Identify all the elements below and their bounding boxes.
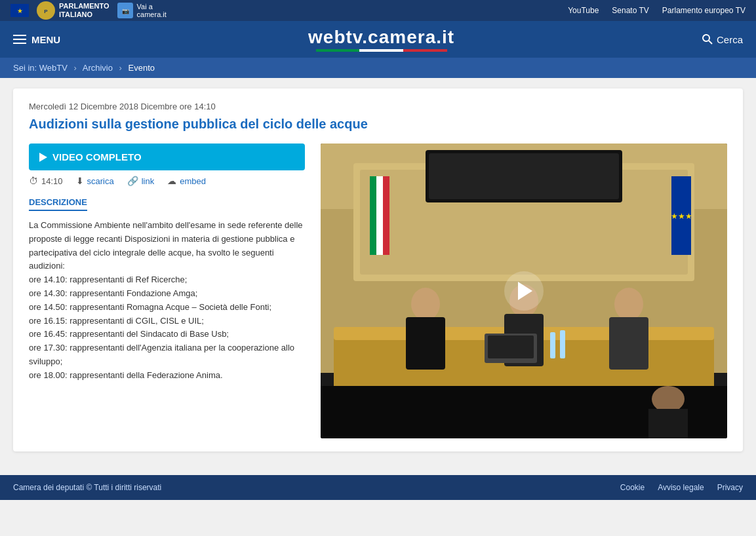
parliament-logo[interactable]: P PARLAMENTO ITALIANO [37, 1, 109, 20]
footer-avviso-legale-link[interactable]: Avviso legale [658, 483, 704, 492]
svg-point-33 [652, 386, 685, 412]
video-player[interactable]: ★★★ [321, 144, 727, 438]
svg-rect-14 [429, 153, 619, 199]
svg-rect-17 [383, 176, 389, 255]
youtube-link[interactable]: YouTube [568, 6, 599, 15]
video-duration: ⏱ 14:10 [29, 176, 63, 186]
event-body: VIDEO COMPLETO ⏱ 14:10 ⬇ scarica 🔗 link [29, 144, 727, 438]
event-title: Audizioni sulla gestione pubblica del ci… [29, 117, 727, 132]
search-label: Cerca [717, 34, 743, 45]
play-icon [39, 153, 47, 162]
video-button-label: VIDEO COMPLETO [52, 151, 142, 163]
hamburger-icon [13, 35, 26, 44]
video-meta: ⏱ 14:10 ⬇ scarica 🔗 link ☁ embed [29, 176, 305, 186]
site-title-wrap: webtv.camera.it [60, 27, 702, 52]
share-link[interactable]: link [142, 176, 155, 186]
video-thumbnail[interactable]: ★★★ [321, 144, 727, 438]
breadcrumb: Sei in: WebTV › Archivio › Evento [0, 58, 756, 78]
svg-line-7 [709, 41, 712, 44]
breadcrumb-sep-2: › [119, 63, 122, 73]
event-left: VIDEO COMPLETO ⏱ 14:10 ⬇ scarica 🔗 link [29, 144, 305, 438]
link-icon: 🔗 [127, 176, 138, 186]
duration-value: 14:10 [41, 176, 63, 186]
svg-rect-16 [376, 176, 383, 255]
breadcrumb-sep-1: › [73, 63, 76, 73]
download-link[interactable]: scarica [87, 176, 114, 186]
event-card: Mercoledì 12 Dicembre 2018 Dicembre ore … [13, 88, 743, 451]
top-bar: ★ P PARLAMENTO ITALIANO 📷 Vai a camera.i… [0, 0, 756, 21]
content-area: Mercoledì 12 Dicembre 2018 Dicembre ore … [0, 78, 756, 462]
breadcrumb-archivio[interactable]: Archivio [83, 63, 113, 73]
menu-button[interactable]: MENU [13, 34, 60, 45]
main-nav: MENU webtv.camera.it Cerca [0, 21, 756, 58]
eu-flag-icon: ★ [10, 4, 29, 17]
site-title: webtv.camera.it [308, 27, 454, 48]
top-bar-right: YouTube Senato TV Parlamento europeo TV [568, 6, 746, 15]
embed-icon: ☁ [167, 176, 176, 186]
breadcrumb-webtv[interactable]: Sei in: WebTV [13, 63, 68, 73]
footer-links: Cookie Avviso legale Privacy [620, 483, 743, 492]
play-button-overlay[interactable] [504, 271, 544, 311]
footer-cookie-link[interactable]: Cookie [620, 483, 645, 492]
video-complete-button[interactable]: VIDEO COMPLETO [29, 144, 305, 170]
description-text: La Commissione Ambiente nell'ambito dell… [29, 219, 305, 383]
footer-copyright: Camera dei deputati © Tutti i diritti ri… [13, 483, 161, 492]
svg-point-6 [703, 35, 709, 41]
svg-rect-27 [609, 317, 648, 370]
svg-rect-30 [550, 332, 555, 358]
footer-privacy-link[interactable]: Privacy [717, 483, 743, 492]
svg-rect-29 [488, 335, 534, 358]
senato-tv-link[interactable]: Senato TV [612, 6, 648, 15]
svg-text:P: P [44, 9, 48, 14]
search-icon [702, 34, 713, 45]
play-triangle-icon [518, 282, 532, 300]
svg-rect-15 [370, 176, 376, 255]
svg-text:★: ★ [17, 7, 23, 14]
download-icon: ⬇ [76, 176, 84, 186]
italian-flag-bar [316, 49, 447, 52]
event-date: Mercoledì 12 Dicembre 2018 Dicembre ore … [29, 102, 727, 111]
link-item[interactable]: 🔗 link [127, 176, 155, 186]
svg-text:★★★: ★★★ [671, 212, 692, 221]
svg-point-22 [411, 288, 440, 320]
svg-rect-23 [406, 317, 445, 370]
svg-rect-31 [560, 330, 565, 358]
svg-rect-34 [648, 409, 688, 438]
search-button[interactable]: Cerca [702, 34, 743, 45]
menu-label: MENU [31, 34, 60, 45]
breadcrumb-evento: Evento [129, 63, 155, 73]
parlamento-europeo-tv-link[interactable]: Parlamento europeo TV [662, 6, 746, 15]
camera-link-text: Vai a camera.it [137, 3, 167, 18]
top-bar-left: ★ P PARLAMENTO ITALIANO 📷 Vai a camera.i… [10, 1, 167, 20]
embed-item[interactable]: ☁ embed [167, 176, 206, 186]
parliament-logo-icon: P [37, 1, 55, 20]
footer: Camera dei deputati © Tutti i diritti ri… [0, 475, 756, 500]
camera-link-icon: 📷 [117, 3, 133, 18]
camera-link[interactable]: 📷 Vai a camera.it [117, 3, 167, 18]
download-item[interactable]: ⬇ scarica [76, 176, 114, 186]
embed-link[interactable]: embed [180, 176, 206, 186]
svg-point-26 [614, 288, 643, 320]
parliament-name: PARLAMENTO ITALIANO [59, 2, 109, 19]
description-label: DESCRIZIONE [29, 197, 87, 211]
svg-text:📷: 📷 [121, 7, 129, 15]
clock-icon: ⏱ [29, 176, 38, 186]
